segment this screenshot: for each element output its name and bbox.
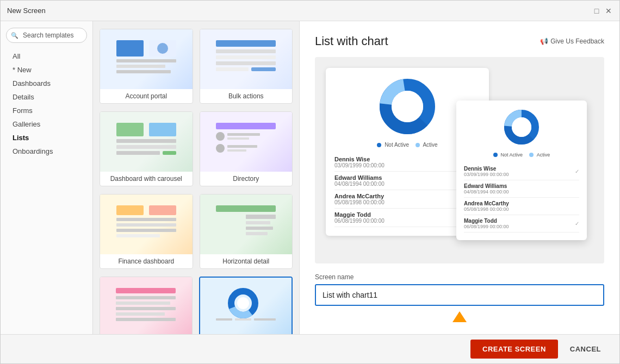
svg-rect-46 — [216, 318, 232, 321]
template-card-list-with-chart[interactable]: List with chart — [199, 277, 293, 334]
card-preview-horizontal — [200, 194, 293, 254]
template-card-horizontal-detail[interactable]: Horizontal detail — [200, 194, 293, 269]
template-card-directory[interactable]: Directory — [200, 111, 293, 186]
donut-chart-secondary — [464, 108, 579, 146]
svg-point-5 — [157, 43, 168, 54]
svg-rect-36 — [246, 232, 268, 235]
card-label-directory: Directory — [231, 172, 261, 186]
legend-active: Active — [416, 142, 437, 148]
card-label-horizontal-detail: Horizontal detail — [220, 254, 271, 268]
svg-rect-13 — [149, 123, 176, 136]
secondary-list-item-2: Andrea McCarthy 05/08/1998 00:00:00 — [464, 198, 579, 215]
template-row-4: Request list List with chart — [100, 277, 293, 334]
card-preview-account — [100, 29, 193, 89]
feedback-icon: 📢 — [540, 37, 548, 45]
sidebar-nav: All * New Dashboards Details Forms Galle… — [1, 49, 92, 158]
svg-rect-26 — [149, 205, 176, 215]
sidebar-item-dashboards[interactable]: Dashboards — [9, 77, 92, 90]
svg-point-56 — [512, 117, 531, 137]
svg-rect-24 — [227, 149, 246, 152]
template-card-account-portal[interactable]: Account portal — [100, 29, 193, 104]
svg-rect-21 — [227, 137, 249, 140]
modal-body: 🔍 All * New Dashboards Details Forms Gal… — [1, 21, 619, 334]
card-preview-request — [100, 277, 192, 334]
template-grid: Account portal Bulk actions — [93, 21, 300, 334]
close-button[interactable]: ✕ — [604, 7, 613, 15]
arrow-hint — [315, 310, 604, 325]
sidebar: 🔍 All * New Dashboards Details Forms Gal… — [1, 21, 93, 334]
svg-rect-48 — [254, 318, 276, 321]
secondary-list-item-1: Edward Williams 04/08/1994 00:00:00 — [464, 180, 579, 198]
sidebar-item-galleries[interactable]: Galleries — [9, 117, 92, 131]
card-label-finance-dashboard: Finance dashboard — [116, 254, 176, 268]
chart-legend-secondary: Not Active Active — [464, 152, 579, 158]
svg-rect-16 — [116, 151, 160, 155]
card-preview-finance — [100, 194, 193, 254]
legend-active-secondary: Active — [529, 152, 550, 158]
svg-rect-34 — [246, 221, 270, 224]
card-preview-chart — [200, 278, 292, 334]
screen-name-section: Screen name — [315, 273, 604, 325]
svg-rect-25 — [116, 205, 144, 215]
svg-rect-23 — [227, 145, 257, 148]
sidebar-item-details[interactable]: Details — [9, 90, 92, 104]
screen-name-input[interactable] — [315, 284, 604, 306]
template-card-finance-dashboard[interactable]: Finance dashboard — [100, 194, 193, 269]
card-preview-bulk — [200, 29, 293, 89]
svg-rect-6 — [216, 40, 276, 47]
preview-area: Not Active Active Dennis Wise 03/09/1999… — [315, 57, 604, 263]
cancel-button[interactable]: CANCEL — [562, 340, 609, 359]
svg-rect-27 — [116, 218, 176, 221]
secondary-list: Dennis Wise 03/09/1999 00:00:00 ✓ Edward — [464, 163, 579, 233]
svg-rect-40 — [116, 307, 176, 310]
svg-point-45 — [237, 297, 249, 309]
svg-rect-7 — [216, 49, 276, 53]
search-icon: 🔍 — [11, 32, 18, 39]
detail-panel: List with chart 📢 Give Us Feedback — [300, 21, 619, 334]
feedback-label: Give Us Feedback — [550, 37, 604, 45]
create-screen-button[interactable]: CREATE SCREEN — [470, 340, 558, 359]
template-row-2: Dashboard with carousel — [100, 111, 293, 186]
preview-card-secondary: Not Active Active Dennis — [456, 101, 587, 240]
secondary-list-item-3: Maggie Todd 06/08/1999 00:00:00 ✓ — [464, 215, 579, 233]
svg-rect-1 — [116, 59, 176, 62]
svg-rect-32 — [216, 215, 243, 242]
svg-rect-14 — [116, 139, 176, 143]
card-label-dashboard-carousel: Dashboard with carousel — [108, 172, 184, 186]
svg-rect-33 — [246, 215, 276, 219]
sidebar-item-new[interactable]: * New — [9, 63, 92, 77]
maximize-button[interactable]: □ — [592, 7, 601, 15]
card-label-account-portal: Account portal — [123, 89, 169, 103]
legend-not-active: Not Active — [377, 142, 409, 148]
sidebar-item-forms[interactable]: Forms — [9, 104, 92, 117]
detail-title: List with chart — [315, 34, 388, 48]
svg-rect-0 — [116, 40, 144, 57]
svg-rect-11 — [251, 67, 276, 71]
sidebar-item-onboardings[interactable]: Onboardings — [9, 145, 92, 158]
feedback-link[interactable]: 📢 Give Us Feedback — [540, 37, 604, 45]
screen-name-label: Screen name — [315, 273, 604, 281]
svg-rect-39 — [116, 302, 170, 305]
template-card-dashboard-carousel[interactable]: Dashboard with carousel — [100, 111, 193, 186]
template-row-3: Finance dashboard Horizontal detai — [100, 194, 293, 269]
svg-rect-22 — [216, 144, 225, 153]
svg-rect-28 — [116, 223, 176, 227]
search-box: 🔍 — [6, 28, 87, 43]
svg-rect-35 — [246, 227, 273, 230]
legend-not-active-secondary: Not Active — [493, 152, 523, 158]
titlebar-actions: □ ✕ — [592, 7, 613, 15]
card-label-bulk-actions: Bulk actions — [226, 89, 266, 103]
new-screen-modal: New Screen □ ✕ 🔍 All * New Dashboards De… — [0, 0, 620, 364]
svg-rect-42 — [116, 318, 176, 321]
modal-title: New Screen — [7, 7, 46, 15]
sidebar-item-lists[interactable]: Lists — [9, 131, 92, 145]
template-card-request-list[interactable]: Request list — [100, 277, 193, 334]
sidebar-item-all[interactable]: All — [9, 49, 92, 63]
svg-rect-17 — [163, 151, 176, 155]
svg-rect-30 — [116, 234, 160, 237]
svg-rect-12 — [116, 123, 144, 136]
svg-rect-10 — [216, 67, 249, 71]
preview-content: Not Active Active Dennis Wise 03/09/1999… — [315, 57, 604, 263]
template-card-bulk-actions[interactable]: Bulk actions — [200, 29, 293, 104]
svg-rect-8 — [216, 55, 276, 59]
